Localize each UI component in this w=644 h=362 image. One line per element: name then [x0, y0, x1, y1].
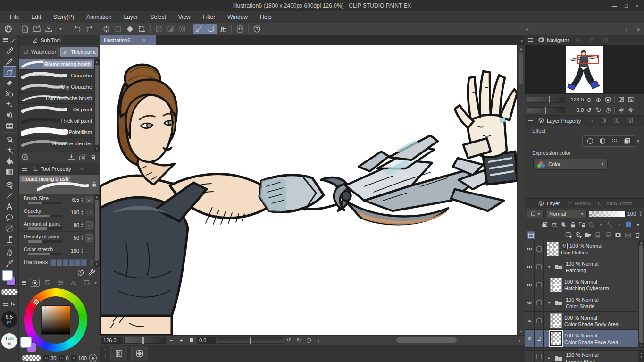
- navigator-zoom-out-icon[interactable]: ⊖: [585, 96, 593, 104]
- brush-item-gouache-blender[interactable]: Gouache blender: [19, 138, 100, 149]
- navigator-viewport-rect[interactable]: [577, 55, 599, 64]
- stepper-icon[interactable]: ▲▼: [81, 223, 84, 228]
- text-tool-icon[interactable]: [3, 201, 16, 212]
- object-tool-icon[interactable]: [3, 179, 16, 190]
- layer-row-hatching-cyberarm[interactable]: 100 % Normal Hatching Cyberarm: [525, 276, 644, 294]
- navigator-rotate-left-icon[interactable]: ↺: [585, 106, 593, 114]
- collapse-right-dock-icon[interactable]: «: [526, 26, 529, 33]
- navigator-rotate-reset-icon[interactable]: [604, 106, 612, 114]
- ruler-chevron-icon[interactable]: ▾: [615, 220, 624, 229]
- property-value[interactable]: 100: [66, 210, 79, 215]
- layer-row-color-shade-folder[interactable]: ▾ 100 % Normal Color Shade: [525, 294, 644, 312]
- eye-icon[interactable]: [526, 336, 533, 342]
- menu-story[interactable]: Story(P): [47, 12, 80, 22]
- save-dropdown-chevron-icon[interactable]: ▾: [55, 24, 67, 34]
- menu-edit[interactable]: Edit: [25, 12, 47, 22]
- brush-item-round-mixing[interactable]: Round mixing brush: [19, 59, 100, 70]
- eye-icon[interactable]: [526, 318, 533, 324]
- document-tab-close-icon[interactable]: ×: [142, 37, 145, 43]
- fit-to-window-icon[interactable]: [627, 96, 635, 104]
- vertical-scroll-thumb[interactable]: [519, 53, 523, 84]
- brush-item-thin-gouache[interactable]: Thin Gouache brush: [19, 93, 100, 104]
- hardness-segments[interactable]: [50, 259, 87, 266]
- tab-color-slider[interactable]: [56, 279, 65, 287]
- folder-collapse-chevron-icon[interactable]: ▾: [547, 301, 552, 305]
- color-panel-menu-icon[interactable]: [22, 281, 26, 285]
- transparent-color-swatch[interactable]: [22, 355, 41, 361]
- open-file-icon[interactable]: [31, 24, 43, 34]
- main-color-swatch[interactable]: [2, 270, 13, 281]
- main-color-swatch[interactable]: [20, 337, 32, 348]
- layer-thumbnail[interactable]: [547, 242, 559, 256]
- reselect-icon[interactable]: [112, 24, 124, 34]
- brush-item-pointillism[interactable]: Pointillism: [19, 126, 100, 138]
- snap-to-grid-icon[interactable]: [217, 24, 229, 34]
- tab-thick-paint[interactable]: Thick paint: [60, 47, 98, 57]
- transform-icon[interactable]: [136, 24, 148, 34]
- apply-mask-icon[interactable]: [623, 231, 632, 239]
- rotate-slider[interactable]: [217, 337, 283, 344]
- stepper-icon[interactable]: ▲▼: [81, 197, 84, 202]
- layer-row-color-shade-face-area[interactable]: 100 % Normal Color Shade Face Area: [525, 330, 644, 348]
- auto-action-tab[interactable]: Auto Action: [596, 199, 635, 208]
- navigator-rotate-right-icon[interactable]: ↻: [594, 106, 602, 114]
- draft-layer-icon[interactable]: [550, 220, 559, 229]
- menu-file[interactable]: File: [4, 12, 25, 22]
- undo-icon[interactable]: [72, 24, 84, 34]
- dynamics-button[interactable]: [85, 221, 93, 229]
- layer-property-tab[interactable]: Layer Property: [536, 116, 583, 126]
- layer-checkbox[interactable]: [536, 300, 542, 305]
- eraser-tool-icon[interactable]: [3, 77, 16, 88]
- navigator-rotate-slider[interactable]: [527, 107, 565, 113]
- dynamics-button[interactable]: [85, 234, 93, 242]
- palette-color-dropdown[interactable]: ▾: [527, 210, 544, 218]
- deselect-icon[interactable]: [100, 24, 112, 34]
- tab-color-set[interactable]: [43, 279, 52, 287]
- brush-item-dry-gouache[interactable]: Dry Gouache: [19, 81, 100, 93]
- layer-sublist-scrollbar[interactable]: ▴▾: [638, 351, 644, 362]
- redo-icon[interactable]: [84, 24, 95, 34]
- ruler-layer-icon[interactable]: [606, 220, 614, 229]
- history-tab[interactable]: History: [565, 199, 593, 208]
- property-value[interactable]: 50: [66, 235, 79, 241]
- rotate-readout[interactable]: 0.0: [197, 337, 216, 344]
- pen-tool-icon[interactable]: [3, 44, 16, 55]
- unlock-icon[interactable]: [91, 181, 97, 187]
- tool-menu-icon[interactable]: [3, 38, 8, 42]
- brush-detail-tab[interactable]: [76, 163, 86, 175]
- auto-select-tool-icon[interactable]: [3, 144, 16, 155]
- folder-collapse-chevron-icon[interactable]: ▾: [547, 265, 552, 269]
- zoom-in-icon[interactable]: +: [177, 337, 185, 344]
- zoom-readout[interactable]: 126.0: [101, 337, 123, 344]
- information-tab[interactable]: [600, 35, 611, 45]
- rotate-reset-icon[interactable]: [304, 337, 313, 344]
- layer-checkbox[interactable]: [536, 246, 542, 252]
- border-effect-icon[interactable]: [586, 137, 594, 145]
- reference-layer-icon[interactable]: [559, 220, 568, 229]
- subtool-tab[interactable]: Sub Tool: [30, 35, 63, 45]
- scroll-right-icon[interactable]: ›: [515, 337, 524, 344]
- color-panel-collapse-chevron-icon[interactable]: ▾: [94, 280, 97, 285]
- layer-color-swatch[interactable]: [625, 220, 633, 229]
- scroll-left-icon[interactable]: ‹: [314, 337, 323, 344]
- stepper-icon[interactable]: ▲▼: [81, 248, 84, 253]
- close-button[interactable]: ×: [636, 3, 638, 8]
- layer-tab[interactable]: Layer: [536, 199, 562, 208]
- navigator-preview[interactable]: [525, 45, 644, 94]
- layer-row-energy-blast[interactable]: ▸ 100 % Normal Energy Blast: [525, 351, 644, 362]
- property-row-hardness[interactable]: Hardness ›: [19, 257, 100, 267]
- layer-property-menu-icon[interactable]: [528, 119, 533, 122]
- tab-intermediate-color[interactable]: [82, 279, 91, 287]
- tab-color-wheel[interactable]: [30, 279, 40, 287]
- mask-chevron-icon[interactable]: ▾: [596, 220, 605, 229]
- save-icon[interactable]: [43, 24, 55, 34]
- tab-watercolor[interactable]: Watercolor: [21, 47, 59, 57]
- csp-logo-icon[interactable]: [2, 24, 14, 34]
- fill-tool-icon[interactable]: [3, 155, 16, 166]
- help-icon[interactable]: [251, 24, 263, 34]
- scroll-down-icon[interactable]: ▾: [520, 328, 522, 335]
- selection-rect-icon[interactable]: [153, 24, 165, 34]
- menu-view[interactable]: View: [172, 12, 197, 22]
- sv-cursor[interactable]: [42, 306, 46, 311]
- brush-item-oil-paint[interactable]: Oil paint: [19, 104, 100, 115]
